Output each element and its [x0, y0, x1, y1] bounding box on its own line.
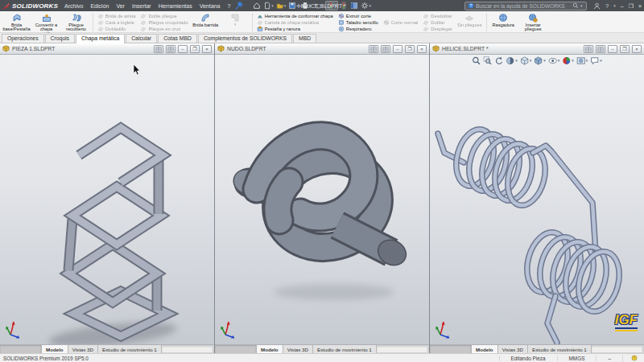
home-button[interactable] [252, 1, 262, 10]
ribbon-extruir-corte-button[interactable]: Extruir corte [338, 13, 378, 19]
viewport-restore-button[interactable]: ❐ [190, 45, 200, 53]
search-caret-icon[interactable]: ▾ [580, 4, 583, 8]
doc-tab-scroll-area[interactable] [430, 345, 472, 353]
user-account-icon[interactable] [593, 2, 601, 10]
doc-tab-scroll-area[interactable] [0, 345, 42, 353]
open-button[interactable]: ▾ [275, 1, 287, 10]
open-caret-icon: ▾ [284, 4, 287, 8]
ribbon-convertir-chapa-button[interactable]: Convertir a chapa metálica [31, 12, 61, 32]
viewport-pieza1-titlebar[interactable]: PIEZA 1.SLDPRT – ❐ × [0, 43, 214, 55]
zoom-to-area-button[interactable] [483, 56, 492, 65]
doc-tab-scroll-area[interactable] [215, 345, 257, 353]
doc-tab-estudio-movimiento[interactable]: Estudio de movimiento 1 [528, 345, 592, 353]
ribbon-taladro-button[interactable]: Taladro sencillo [338, 19, 378, 26]
tab-chapa-metalica[interactable]: Chapa metálica [76, 34, 125, 43]
viewport-helice-titlebar[interactable]: HELICE.SLDPRT * – ❐ × [430, 43, 644, 55]
viewport-nudo-canvas[interactable] [215, 55, 429, 344]
ribbon-pliegue-recubierto-button[interactable]: Pliegue recubierto [61, 12, 91, 32]
ribbon-cartela-button: Cartela de chapa metálica [257, 19, 333, 26]
menu-ver[interactable]: Ver [116, 3, 125, 9]
tab-calcular[interactable]: Calcular [126, 34, 157, 43]
viewport-minimize-button[interactable]: – [178, 45, 188, 53]
restore-button[interactable]: ❐ [629, 3, 634, 9]
tab-mbd[interactable]: MBD [293, 34, 316, 43]
tab-operaciones[interactable]: Operaciones [2, 34, 44, 43]
viewport-pane2-button[interactable] [381, 45, 390, 53]
viewport-nudo-titlebar[interactable]: NUDO.SLDPRT – ❐ × [215, 43, 429, 55]
help-menu[interactable]: ? [605, 2, 609, 10]
jog-icon [140, 13, 147, 19]
viewport-close-button[interactable]: × [417, 45, 427, 53]
viewport-helice-canvas[interactable]: ▾ ▾ ▾ ▾ ▾ ▾ ▾ IGF [430, 55, 644, 344]
open-icon [276, 2, 284, 10]
ribbon-rasgadura-button[interactable]: Rasgadura [489, 12, 518, 32]
doc-tab-modelo[interactable]: Modelo [257, 345, 283, 353]
zoom-to-fit-button[interactable] [472, 56, 481, 65]
edit-appearance-button[interactable]: ▾ [562, 56, 574, 65]
viewport-minimize-button[interactable]: – [393, 45, 402, 53]
ribbon-brida-barrida-button[interactable]: Brida barrida [191, 12, 221, 32]
viewport-restore-button[interactable]: ❐ [620, 45, 630, 53]
viewport-pane2-button[interactable] [596, 45, 605, 53]
display-style-button[interactable]: ▾ [534, 56, 546, 65]
viewport-minimize-button[interactable]: – [608, 45, 617, 53]
viewport-restore-button[interactable]: ❐ [405, 45, 415, 53]
ribbon-corte-normal-button: Corte normal [383, 19, 419, 26]
options-button[interactable]: ▾ [360, 1, 372, 10]
viewport-pane-button[interactable] [369, 45, 378, 53]
doc-tab-modelo[interactable]: Modelo [42, 345, 68, 353]
menu-help[interactable]: ? [227, 3, 230, 9]
custom-properties-tag-icon [631, 355, 638, 361]
viewport-pane2-button[interactable] [166, 45, 175, 53]
ribbon-respiradero-button[interactable]: Respiradero [338, 26, 378, 32]
hide-show-items-button[interactable]: ▾ [548, 56, 560, 65]
viewport-close-button[interactable]: × [202, 45, 212, 53]
tab-and-slot-icon [257, 26, 263, 32]
doc-tab-vistas-3d[interactable]: Vistas 3D [68, 345, 98, 353]
new-document-button[interactable]: ▾ [262, 1, 275, 10]
viewport-nudo-doc-tabs: Modelo Vistas 3D Estudio de movimiento 1 [215, 344, 429, 353]
close-button[interactable]: × [638, 3, 642, 9]
ribbon-pestana-ranura-button[interactable]: Pestaña y ranura [257, 26, 333, 32]
statusbar-tag-button[interactable] [622, 355, 641, 362]
viewport-close-button[interactable]: × [632, 45, 642, 53]
edit-appearance-caret-icon: ▾ [572, 59, 574, 63]
view-settings-button[interactable]: ▾ [590, 56, 602, 65]
viewport-pane-button[interactable] [154, 45, 163, 53]
minimize-button[interactable]: – [621, 3, 624, 9]
previous-view-button[interactable] [494, 56, 503, 65]
apply-scene-button[interactable]: ▾ [576, 56, 588, 65]
doc-tab-modelo[interactable]: Modelo [472, 345, 498, 353]
tab-complementos[interactable]: Complementos de SOLIDWORKS [198, 34, 292, 43]
ribbon-brida-base-button[interactable]: Brida base/Pestaña [2, 12, 31, 32]
statusbar-units[interactable]: MMGS [557, 356, 597, 361]
viewport-pane-button[interactable] [584, 45, 593, 53]
menu-edicion[interactable]: Edición [90, 3, 109, 9]
menu-herramientas[interactable]: Herramientas [159, 3, 192, 9]
tab-croquis[interactable]: Croquis [45, 34, 75, 43]
ribbon-insertar-pliegues-button[interactable]: Insertar pliegues [518, 12, 548, 32]
ribbon-conformar-chapa-button[interactable]: Herramienta de conformar chapa [257, 13, 333, 19]
section-view-button[interactable]: ▾ [506, 56, 518, 65]
search-icon[interactable] [572, 2, 579, 9]
viewport-pieza1-canvas[interactable] [0, 55, 214, 344]
menu-insertar[interactable]: Insertar [132, 3, 151, 9]
window-title: HELICE.SLDPRT * [298, 3, 345, 9]
doc-tab-estudio-movimiento[interactable]: Estudio de movimiento 1 [313, 345, 377, 353]
flatten-icon [423, 26, 429, 32]
view-orientation-button[interactable]: ▾ [520, 56, 532, 65]
no-bends-icon [464, 13, 474, 23]
search-input[interactable] [476, 3, 571, 9]
menu-archivo[interactable]: Archivo [64, 3, 83, 9]
task-pane-button[interactable] [349, 1, 359, 10]
pin-menubar-icon[interactable] [234, 1, 244, 10]
solidworks-logo-icon [2, 2, 10, 10]
tab-cotas-mbd[interactable]: Cotas MBD [158, 34, 197, 43]
doc-tab-vistas-3d[interactable]: Vistas 3D [498, 345, 528, 353]
new-caret-icon: ▾ [271, 4, 274, 8]
doc-tab-estudio-movimiento[interactable]: Estudio de movimiento 1 [98, 345, 162, 353]
doc-tab-vistas-3d[interactable]: Vistas 3D [283, 345, 313, 353]
menu-ventana[interactable]: Ventana [200, 3, 221, 9]
help-search: ? ▾ [464, 2, 587, 10]
help-caret-icon[interactable]: ▾ [613, 4, 616, 8]
